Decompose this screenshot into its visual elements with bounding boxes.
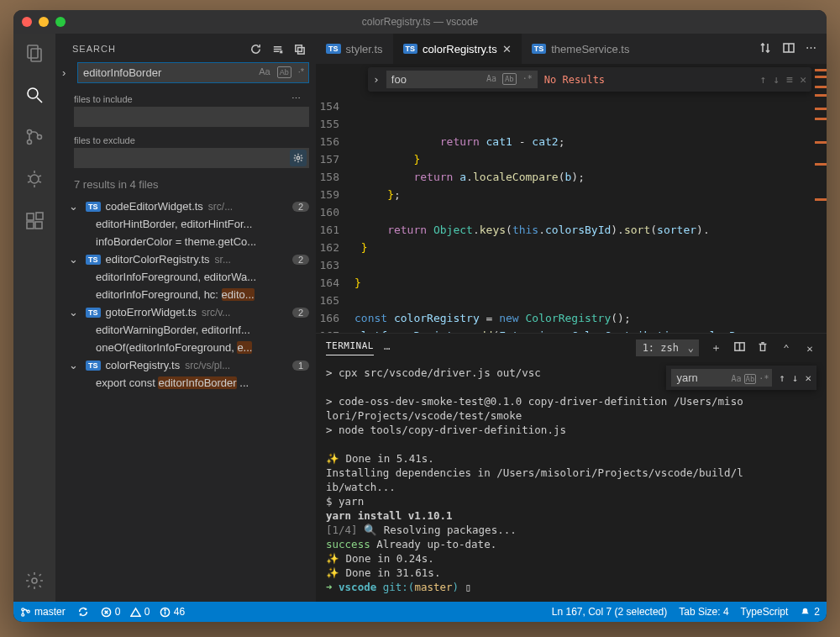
search-result-match[interactable]: oneOf(editorInfoForeground, e... bbox=[55, 339, 316, 356]
split-terminal-icon[interactable] bbox=[732, 340, 746, 355]
language-status[interactable]: TypeScript bbox=[741, 606, 789, 618]
term-regex-icon[interactable]: ·* bbox=[759, 371, 769, 387]
code-editor[interactable]: 154155156 return cat1 - cat2;157 }158 re… bbox=[316, 64, 827, 333]
more-actions-icon[interactable]: ⋯ bbox=[806, 41, 816, 57]
find-selection-icon[interactable]: ≡ bbox=[786, 73, 793, 86]
terminal-line: yarn install v1.10.1 bbox=[326, 508, 816, 523]
sync-status[interactable] bbox=[77, 606, 89, 618]
extensions-icon[interactable] bbox=[24, 210, 45, 232]
settings-gear-icon[interactable] bbox=[24, 570, 45, 592]
results-tree: ⌄TScodeEditorWidget.ts src/...2editorHin… bbox=[55, 197, 316, 602]
terminal-body[interactable]: Aa Ab ·* ↑ ↓ ✕ > cpx src/vscode/driver.j… bbox=[316, 362, 827, 602]
files-exclude-input[interactable] bbox=[74, 148, 309, 168]
clear-results-icon[interactable] bbox=[270, 42, 284, 55]
editor-tabs: TSstyler.tsTScolorRegistry.ts✕TSthemeSer… bbox=[316, 34, 827, 64]
term-find-close-icon[interactable]: ✕ bbox=[805, 371, 811, 385]
svg-point-39 bbox=[165, 609, 165, 610]
sidebar-title: SEARCH bbox=[72, 44, 240, 54]
term-match-word-icon[interactable]: Ab bbox=[744, 371, 757, 387]
terminal-line: [1/4] 🔍 Resolving packages... bbox=[326, 523, 816, 537]
chevron-down-icon[interactable]: ⌄ bbox=[69, 359, 81, 371]
search-result-file[interactable]: ⌄TScodeEditorWidget.ts src/...2 bbox=[55, 197, 316, 215]
match-count-badge: 2 bbox=[292, 202, 309, 212]
terminal-line: > node tools/copy-driver-definition.js bbox=[326, 423, 816, 437]
editor-tab[interactable]: TSstyler.ts bbox=[316, 34, 393, 64]
ts-file-icon: TS bbox=[326, 44, 341, 54]
term-find-next-icon[interactable]: ↓ bbox=[792, 371, 799, 385]
find-match-word-icon[interactable]: Ab bbox=[501, 73, 518, 84]
terminal-selector[interactable]: 1: zsh⌄ bbox=[636, 340, 699, 356]
editor-tab[interactable]: TSthemeService.ts bbox=[522, 34, 640, 64]
explorer-icon[interactable] bbox=[24, 42, 45, 64]
search-result-match[interactable]: export const editorInfoBorder ... bbox=[55, 374, 316, 392]
editor-tab[interactable]: TScolorRegistry.ts✕ bbox=[393, 34, 522, 64]
find-regex-icon[interactable]: ·* bbox=[521, 73, 534, 84]
cursor-position-status[interactable]: Ln 167, Col 7 (2 selected) bbox=[552, 606, 667, 618]
problems-status[interactable]: 0 0 46 bbox=[101, 606, 185, 618]
close-tab-icon[interactable]: ✕ bbox=[502, 43, 512, 55]
search-result-match[interactable]: infoBorderColor = theme.getCo... bbox=[55, 233, 316, 250]
line-number: 166 bbox=[316, 309, 354, 327]
maximize-panel-icon[interactable]: ⌃ bbox=[780, 342, 793, 355]
chevron-down-icon[interactable]: ⌄ bbox=[69, 253, 81, 266]
kill-terminal-icon[interactable] bbox=[756, 341, 769, 355]
use-exclude-settings-icon[interactable] bbox=[290, 150, 307, 166]
editor-find-widget: › Aa Ab ·* No Results ↑ ↓ ≡ bbox=[368, 67, 811, 92]
search-more-icon[interactable]: ⋯ bbox=[291, 93, 301, 104]
terminal-tab-label[interactable]: TERMINAL bbox=[326, 340, 374, 355]
search-result-match[interactable]: editorHintBorder, editorHintFor... bbox=[55, 215, 316, 233]
match-count-badge: 2 bbox=[292, 308, 309, 318]
collapse-all-icon[interactable] bbox=[292, 42, 306, 55]
find-match-case-icon[interactable]: Aa bbox=[485, 73, 498, 84]
match-case-icon[interactable]: Aa bbox=[257, 66, 271, 77]
line-number: 158 bbox=[316, 168, 354, 186]
compare-icon[interactable] bbox=[759, 41, 772, 57]
file-name: editorColorRegistry.ts bbox=[106, 253, 210, 266]
search-result-file[interactable]: ⌄TScolorRegistry.ts src/vs/pl...1 bbox=[55, 356, 316, 374]
file-name: gotoErrorWidget.ts bbox=[106, 306, 197, 318]
toggle-replace-icon[interactable]: › bbox=[62, 66, 74, 79]
svg-rect-25 bbox=[297, 47, 304, 54]
find-close-icon[interactable]: ✕ bbox=[800, 73, 806, 86]
line-number: 159 bbox=[316, 186, 354, 203]
line-number: 157 bbox=[316, 150, 354, 168]
chevron-down-icon[interactable]: ⌄ bbox=[69, 306, 81, 318]
files-include-input[interactable] bbox=[74, 107, 309, 127]
find-toggle-replace-icon[interactable]: › bbox=[373, 73, 380, 86]
split-editor-icon[interactable] bbox=[782, 41, 795, 57]
svg-line-13 bbox=[39, 182, 41, 182]
refresh-icon[interactable] bbox=[249, 42, 262, 55]
debug-icon[interactable] bbox=[24, 168, 45, 190]
notifications-status[interactable]: 2 bbox=[800, 606, 820, 618]
search-result-match[interactable]: editorInfoForeground, hc: edito... bbox=[55, 286, 316, 303]
svg-point-7 bbox=[30, 175, 39, 183]
svg-point-31 bbox=[22, 608, 24, 610]
match-word-icon[interactable]: Ab bbox=[276, 66, 293, 77]
search-icon[interactable] bbox=[24, 84, 45, 106]
regex-icon[interactable]: ·* bbox=[297, 66, 306, 77]
term-match-case-icon[interactable]: Aa bbox=[731, 371, 741, 387]
search-result-file[interactable]: ⌄TSeditorColorRegistry.ts sr...2 bbox=[55, 250, 316, 268]
line-number: 162 bbox=[316, 239, 354, 256]
minimap[interactable] bbox=[813, 64, 827, 333]
svg-point-2 bbox=[28, 88, 38, 98]
terminal-more-icon[interactable]: ⋯ bbox=[384, 342, 391, 355]
file-name: codeEditorWidget.ts bbox=[106, 200, 203, 213]
find-next-icon[interactable]: ↓ bbox=[774, 73, 780, 86]
terminal-line: Installing dependencies in /Users/misolo… bbox=[326, 466, 816, 480]
term-find-prev-icon[interactable]: ↑ bbox=[779, 371, 785, 385]
git-branch-status[interactable]: master bbox=[20, 606, 66, 618]
terminal-line: success Already up-to-date. bbox=[326, 537, 816, 551]
search-result-file[interactable]: ⌄TSgotoErrorWidget.ts src/v...2 bbox=[55, 303, 316, 321]
svg-point-5 bbox=[28, 140, 32, 145]
search-result-match[interactable]: editorWarningBorder, editorInf... bbox=[55, 321, 316, 339]
search-result-match[interactable]: editorInfoForeground, editorWa... bbox=[55, 268, 316, 286]
source-control-icon[interactable] bbox=[24, 126, 45, 148]
find-prev-icon[interactable]: ↑ bbox=[760, 73, 767, 86]
close-panel-icon[interactable]: ✕ bbox=[803, 342, 816, 355]
chevron-down-icon[interactable]: ⌄ bbox=[69, 200, 81, 213]
new-terminal-icon[interactable]: ＋ bbox=[709, 341, 722, 355]
line-number: 161 bbox=[316, 221, 354, 239]
tab-size-status[interactable]: Tab Size: 4 bbox=[679, 606, 728, 618]
ts-file-icon: TS bbox=[403, 44, 418, 54]
